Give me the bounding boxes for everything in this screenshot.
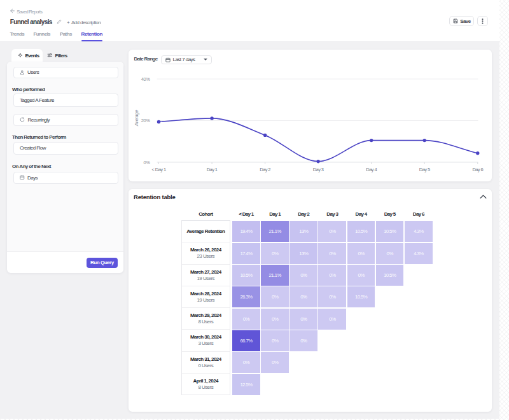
svg-text:40%: 40% bbox=[141, 76, 150, 82]
svg-text:0%: 0% bbox=[143, 160, 150, 165]
svg-text:Day 5: Day 5 bbox=[419, 167, 429, 172]
svg-text:Average: Average bbox=[134, 110, 139, 127]
svg-text:< Day 1: < Day 1 bbox=[151, 167, 165, 172]
svg-text:Day 4: Day 4 bbox=[366, 167, 377, 172]
svg-text:Day 1: Day 1 bbox=[206, 167, 217, 172]
svg-text:Day 2: Day 2 bbox=[260, 167, 270, 172]
svg-text:Day 3: Day 3 bbox=[312, 167, 323, 172]
svg-text:20%: 20% bbox=[141, 118, 150, 124]
svg-text:Day 6: Day 6 bbox=[472, 167, 483, 172]
